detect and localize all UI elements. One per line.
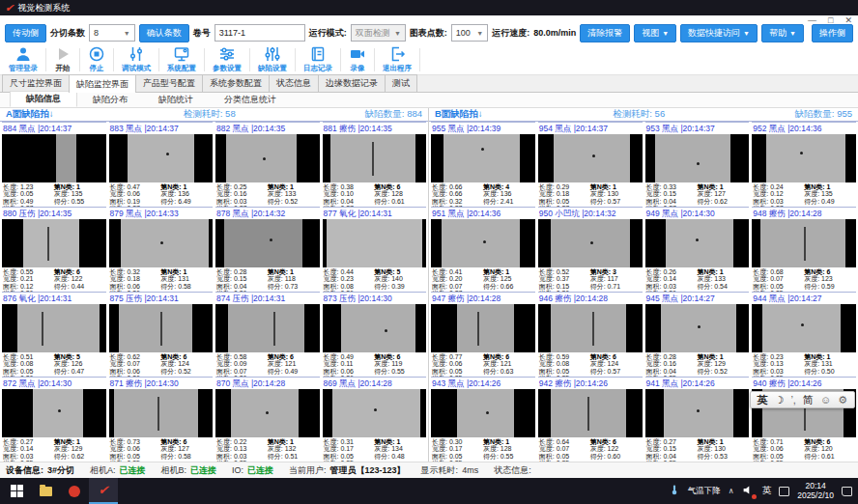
defect-cell[interactable]: 874 压伤 |20:14:31 长度: 0.58 宽度: 0.09 面积: 0… (215, 292, 320, 377)
tab-defect-monitor[interactable]: 缺陷监控界面 (69, 74, 136, 93)
defect-cell[interactable]: 944 黑点 |20:14:27 长度: 0.23 宽度: 0.13 面积: 0… (752, 292, 856, 377)
defect-cell[interactable]: 952 黑点 |20:14:36 长度: 0.24 宽度: 0.12 面积: 0… (752, 122, 856, 207)
defect-image[interactable] (645, 219, 750, 267)
tab-system-params[interactable]: 系统参数配置 (202, 74, 270, 92)
defect-image[interactable] (752, 134, 856, 182)
tab-status-info[interactable]: 状态信息 (269, 74, 319, 92)
defect-image[interactable] (2, 304, 106, 352)
defect-image[interactable] (215, 134, 320, 182)
defect-image[interactable] (109, 389, 214, 437)
roll-number-input[interactable] (214, 24, 305, 42)
panel-a-title[interactable]: A面缺陷拍↓ (6, 108, 54, 121)
tab-product-config[interactable]: 产品型号配置 (135, 74, 203, 92)
admin-login-button[interactable]: 管理登录 (4, 44, 43, 75)
defect-cell[interactable]: 941 黑点 |20:14:26 长度: 0.27 宽度: 0.15 面积: 0… (645, 377, 750, 462)
defect-image[interactable] (2, 389, 106, 437)
taskbar-app-1[interactable] (60, 478, 89, 504)
defect-image[interactable] (431, 134, 535, 182)
taskbar-app-2-active[interactable]: ✔ (89, 478, 118, 504)
defect-cell[interactable]: 883 黑点 |20:14:37 长度: 0.47 宽度: 0.06 面积: 0… (109, 122, 214, 207)
taskbar-clock[interactable]: 20:14 2025/2/10 (797, 482, 834, 501)
defect-cell[interactable]: 947 擦伤 |20:14:28 长度: 0.77 宽度: 0.06 面积: 0… (431, 292, 535, 377)
defect-image[interactable] (431, 389, 535, 437)
defect-cell[interactable]: 942 擦伤 |20:14:26 长度: 0.64 宽度: 0.07 面积: 0… (538, 377, 643, 462)
ime-punctuation-toggle[interactable]: ’, (790, 394, 796, 406)
defect-image[interactable] (2, 219, 106, 267)
defect-image[interactable] (645, 304, 750, 352)
defect-image[interactable] (431, 304, 535, 352)
defect-image[interactable] (215, 304, 320, 352)
emoji-icon[interactable]: ☺ (820, 394, 831, 406)
thermometer-icon[interactable] (669, 483, 680, 499)
quick-access-menu-button[interactable]: 数据快捷访问▼ (680, 24, 758, 42)
keyboard-icon[interactable] (779, 487, 789, 496)
run-mode-select[interactable]: 双面检测▼ (351, 24, 406, 42)
defect-image[interactable] (323, 389, 427, 437)
defect-image[interactable] (323, 304, 427, 352)
param-settings-button[interactable]: 参数设置 (208, 44, 246, 75)
defect-cell[interactable]: 953 黑点 |20:14:37 长度: 0.33 宽度: 0.15 面积: 0… (645, 122, 750, 207)
weather-text[interactable]: 气温下降 (688, 486, 721, 497)
defect-image[interactable] (109, 219, 214, 267)
help-menu-button[interactable]: 帮助▼ (761, 24, 804, 42)
defect-cell[interactable]: 869 黑点 |20:14:28 长度: 0.31 宽度: 0.17 面积: 0… (323, 377, 427, 462)
defect-image[interactable] (752, 304, 856, 352)
debug-mode-button[interactable]: 调试模式 (117, 44, 156, 75)
defect-cell[interactable]: 948 擦伤 |20:14:28 长度: 0.68 宽度: 0.07 面积: 0… (752, 207, 856, 292)
defect-image[interactable] (109, 134, 214, 182)
tray-expand-caret[interactable]: ∧ (729, 487, 734, 495)
start-button[interactable]: 开始 (49, 44, 76, 75)
defect-cell[interactable]: 872 黑点 |20:14:30 长度: 0.27 宽度: 0.14 面积: 0… (2, 377, 106, 462)
defect-cell[interactable]: 940 擦伤 |20:14:26 长度: 0.71 宽度: 0.06 面积: 0… (752, 377, 856, 462)
defect-image[interactable] (109, 304, 214, 352)
view-menu-button[interactable]: 视图▼ (634, 24, 676, 42)
exit-program-button[interactable]: 退出程序 (378, 44, 416, 75)
log-record-button[interactable]: 日志记录 (299, 44, 337, 75)
file-explorer-button[interactable] (31, 478, 60, 504)
clear-alarm-button[interactable]: 清除报警 (580, 24, 630, 42)
stop-button[interactable]: 停止 (83, 44, 110, 75)
defect-cell[interactable]: 882 黑点 |20:14:35 长度: 0.25 宽度: 0.16 面积: 0… (215, 122, 320, 207)
confirm-count-button[interactable]: 确认条数 (139, 24, 189, 42)
defect-image[interactable] (538, 134, 643, 182)
defect-image[interactable] (645, 134, 750, 182)
moon-icon[interactable]: ☽ (775, 394, 785, 406)
defect-image[interactable] (215, 219, 320, 267)
defect-image[interactable] (323, 219, 427, 267)
defect-image[interactable] (645, 389, 750, 437)
subtab-defect-distribution[interactable]: 缺陷分布 (77, 93, 143, 107)
subtab-defect-stats[interactable]: 缺陷统计 (143, 93, 209, 107)
defect-image[interactable] (215, 389, 320, 437)
defect-cell[interactable]: 946 擦伤 |20:14:28 长度: 0.59 宽度: 0.08 面积: 0… (538, 292, 643, 377)
ime-lang-toggle[interactable]: 英 (758, 393, 768, 407)
defect-cell[interactable]: 871 擦伤 |20:14:30 长度: 0.73 宽度: 0.06 面积: 0… (109, 377, 214, 462)
minimize-button[interactable]: — (808, 15, 816, 25)
record-video-button[interactable]: 录像 (344, 44, 371, 75)
panel-b-title[interactable]: B面缺陷拍↓ (435, 108, 483, 121)
defect-image[interactable] (2, 134, 106, 182)
tab-edge-data[interactable]: 边缘数据记录 (318, 74, 386, 92)
defect-image[interactable] (538, 219, 643, 267)
subtab-class-info-stats[interactable]: 分类信息统计 (209, 93, 292, 107)
gear-icon[interactable]: ⚙ (838, 394, 847, 406)
subtab-defect-info[interactable]: 缺陷信息 (10, 91, 77, 107)
defect-cell[interactable]: 950 小凹坑 |20:14:32 长度: 0.52 宽度: 0.37 面积: … (538, 207, 643, 292)
defect-image[interactable] (323, 134, 427, 182)
defect-cell[interactable]: 881 擦伤 |20:14:35 长度: 0.38 宽度: 0.10 面积: 0… (323, 122, 427, 207)
ime-toolbar[interactable]: 英 ☽ ’, 简 ☺ ⚙ (750, 391, 855, 408)
slit-count-select[interactable]: 8▼ (89, 24, 135, 42)
maximize-button[interactable]: □ (828, 15, 833, 25)
defect-cell[interactable]: 870 黑点 |20:14:28 长度: 0.22 宽度: 0.13 面积: 0… (215, 377, 320, 462)
ime-simplified-toggle[interactable]: 简 (803, 393, 814, 407)
language-indicator[interactable]: 英 (762, 485, 772, 497)
defect-cell[interactable]: 877 氧化 |20:14:31 长度: 0.44 宽度: 0.23 面积: 0… (323, 207, 427, 292)
start-button[interactable] (2, 478, 31, 504)
tab-size-monitor[interactable]: 尺寸监控界面 (2, 74, 70, 92)
defect-cell[interactable]: 884 黑点 |20:14:37 长度: 1.23 宽度: 0.05 面积: 0… (2, 122, 106, 207)
defect-cell[interactable]: 943 黑点 |20:14:26 长度: 0.30 宽度: 0.17 面积: 0… (431, 377, 535, 462)
defect-image[interactable] (538, 389, 643, 437)
tab-test[interactable]: 测试 (385, 74, 417, 92)
defect-cell[interactable]: 949 黑点 |20:14:30 长度: 0.26 宽度: 0.14 面积: 0… (645, 207, 750, 292)
defect-cell[interactable]: 875 压伤 |20:14:31 长度: 0.62 宽度: 0.07 面积: 0… (109, 292, 214, 377)
defect-cell[interactable]: 873 压伤 |20:14:30 长度: 0.49 宽度: 0.11 面积: 0… (323, 292, 427, 377)
